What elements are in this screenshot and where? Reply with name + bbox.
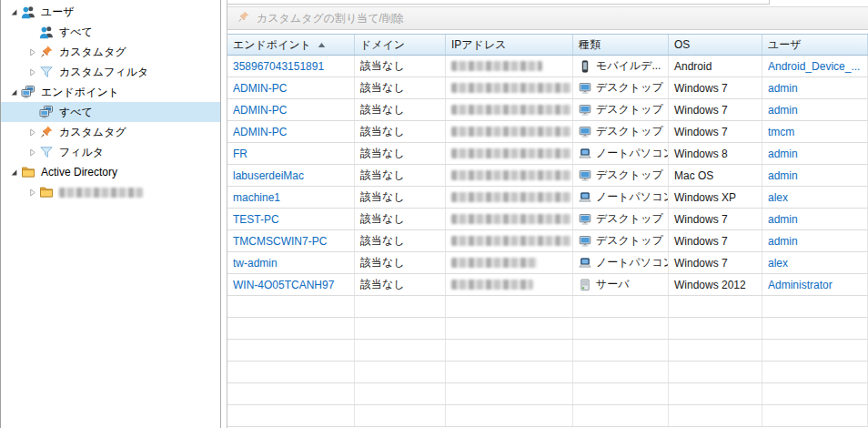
user-cell: admin bbox=[762, 165, 868, 186]
sidebar-item-users-custom-filters[interactable]: カスタムフィルタ bbox=[1, 62, 220, 82]
os-value: Windows 7 bbox=[674, 104, 728, 117]
table-row: ADMIN-PC該当なしデスクトップWindows 7admin bbox=[227, 77, 868, 99]
tree-collapsed-arrow-icon[interactable] bbox=[25, 189, 39, 197]
sidebar-item-users-all[interactable]: すべて bbox=[1, 22, 220, 42]
domain-cell: 該当なし bbox=[355, 187, 446, 208]
endpoint-link[interactable]: ADMIN-PC bbox=[233, 82, 287, 95]
sidebar-item-label: すべて bbox=[59, 105, 93, 120]
domain-value: 該当なし bbox=[360, 146, 405, 161]
user-link[interactable]: admin bbox=[768, 213, 798, 226]
user-link[interactable]: admin bbox=[768, 235, 798, 248]
redacted-ip-value bbox=[451, 148, 572, 158]
endpoint-cell: machine1 bbox=[227, 187, 355, 208]
ip-cell bbox=[446, 99, 573, 120]
sidebar-item-users-root[interactable]: ユーザ bbox=[1, 2, 220, 22]
endpoint-cell: ADMIN-PC bbox=[227, 99, 355, 120]
user-link[interactable]: alex bbox=[768, 257, 788, 270]
column-header-os[interactable]: OS bbox=[669, 35, 762, 55]
user-link[interactable]: Android_Device_... bbox=[768, 60, 860, 73]
tree-collapsed-arrow-icon[interactable] bbox=[25, 68, 39, 76]
tree-items: ユーザすべてカスタムタグカスタムフィルタエンドポイントすべてカスタムタグフィルタ… bbox=[1, 2, 220, 202]
type-label: デスクトップ bbox=[596, 102, 663, 117]
type-cell: デスクトップ bbox=[573, 230, 669, 251]
endpoint-link[interactable]: machine1 bbox=[233, 191, 280, 204]
user-link[interactable]: admin bbox=[768, 82, 798, 95]
tree-expanded-arrow-icon[interactable] bbox=[6, 168, 21, 177]
endpoint-link[interactable]: tw-admin bbox=[233, 257, 278, 270]
user-link[interactable]: admin bbox=[768, 169, 798, 182]
redacted-ip-value bbox=[451, 214, 572, 224]
column-header-label: ドメイン bbox=[360, 37, 405, 53]
type-label: デスクトップ bbox=[596, 211, 663, 227]
type-cell: デスクトップ bbox=[573, 165, 669, 186]
user-link[interactable]: admin bbox=[768, 148, 798, 160]
empty-table-row bbox=[227, 383, 868, 405]
endpoint-table: エンドポイントドメインIPアドレス種類OSユーザ 358967043151891… bbox=[227, 34, 868, 428]
endpoint-link[interactable]: ADMIN-PC bbox=[233, 126, 287, 138]
table-row: ADMIN-PC該当なしデスクトップWindows 7tmcm bbox=[227, 121, 868, 143]
endpoint-link[interactable]: labuserdeiMac bbox=[233, 169, 304, 182]
endpoint-link[interactable]: 358967043151891 bbox=[233, 60, 324, 73]
column-header-type[interactable]: 種類 bbox=[573, 35, 669, 55]
endpoint-link[interactable]: WIN-4O05TCANH97 bbox=[233, 279, 334, 291]
sidebar-item-users-custom-tags[interactable]: カスタムタグ bbox=[1, 42, 220, 62]
redacted-ip-value bbox=[451, 105, 572, 115]
endpoint-link[interactable]: TEST-PC bbox=[233, 213, 279, 226]
sidebar-item-label: エンドポイント bbox=[41, 85, 119, 100]
os-cell: Android bbox=[669, 56, 762, 76]
empty-cell bbox=[669, 362, 762, 382]
os-value: Android bbox=[674, 60, 712, 73]
empty-cell bbox=[669, 318, 762, 339]
endpoint-link[interactable]: ADMIN-PC bbox=[233, 104, 287, 117]
type-cell: デスクトップ bbox=[573, 77, 669, 98]
empty-cell bbox=[573, 362, 669, 382]
os-cell: Windows 7 bbox=[669, 252, 762, 273]
empty-cell bbox=[446, 383, 573, 404]
tree-expanded-arrow-icon[interactable] bbox=[6, 8, 21, 16]
tree-expanded-arrow-icon[interactable] bbox=[6, 88, 21, 97]
os-cell: Windows 7 bbox=[669, 77, 762, 98]
sidebar-item-endpoints-root[interactable]: エンドポイント bbox=[1, 82, 220, 102]
empty-cell bbox=[446, 318, 573, 339]
sidebar-item-label: カスタムタグ bbox=[59, 125, 126, 140]
user-cell: admin bbox=[762, 99, 868, 120]
tree-collapsed-arrow-icon[interactable] bbox=[25, 128, 39, 137]
sidebar-item-label: カスタムタグ bbox=[59, 45, 126, 60]
endpoints-icon bbox=[21, 85, 36, 99]
empty-cell bbox=[669, 405, 762, 426]
desktop-icon bbox=[579, 104, 591, 117]
column-header-domain[interactable]: ドメイン bbox=[355, 35, 446, 55]
user-link[interactable]: Administrator bbox=[768, 279, 833, 291]
pin-icon bbox=[39, 45, 55, 59]
endpoint-link[interactable]: TMCMSCWIN7-PC bbox=[233, 235, 327, 248]
desktop-icon bbox=[579, 235, 591, 248]
endpoint-cell: ADMIN-PC bbox=[227, 121, 355, 142]
ip-cell bbox=[446, 209, 573, 229]
user-link[interactable]: admin bbox=[768, 104, 798, 117]
empty-cell bbox=[669, 296, 762, 317]
column-header-ip[interactable]: IPアドレス bbox=[446, 35, 573, 55]
top-pane-edge bbox=[227, 0, 868, 5]
desktop-icon bbox=[579, 126, 591, 138]
assign-remove-custom-tags-button[interactable]: カスタムタグの割り当て/削除 bbox=[257, 11, 404, 26]
table-row: TEST-PC該当なしデスクトップWindows 7admin bbox=[227, 209, 868, 230]
sidebar-item-endpoints-custom-tags[interactable]: カスタムタグ bbox=[1, 122, 220, 142]
type-cell: ノートパソコン bbox=[573, 252, 669, 273]
user-cell: alex bbox=[762, 187, 868, 208]
column-header-endpoint[interactable]: エンドポイント bbox=[227, 35, 355, 55]
endpoint-link[interactable]: FR bbox=[233, 148, 247, 160]
sidebar-item-active-directory-root[interactable]: Active Directory bbox=[1, 162, 220, 182]
column-header-user[interactable]: ユーザ bbox=[762, 35, 868, 55]
user-link[interactable]: tmcm bbox=[768, 126, 794, 138]
empty-cell bbox=[573, 383, 669, 404]
type-cell: モバイルデ... bbox=[573, 56, 669, 76]
domain-value: 該当なし bbox=[360, 58, 405, 74]
tree-collapsed-arrow-icon[interactable] bbox=[25, 148, 39, 157]
tree-collapsed-arrow-icon[interactable] bbox=[25, 48, 39, 56]
user-link[interactable]: alex bbox=[768, 191, 788, 204]
sidebar-item-active-directory-domain[interactable] bbox=[1, 182, 220, 202]
sidebar-item-endpoints-all[interactable]: すべて bbox=[1, 102, 220, 122]
table-row: WIN-4O05TCANH97該当なしサーバWindows 2012Admini… bbox=[227, 274, 868, 296]
endpoint-cell: TMCMSCWIN7-PC bbox=[227, 230, 355, 251]
sidebar-item-endpoints-filters[interactable]: フィルタ bbox=[1, 142, 220, 162]
